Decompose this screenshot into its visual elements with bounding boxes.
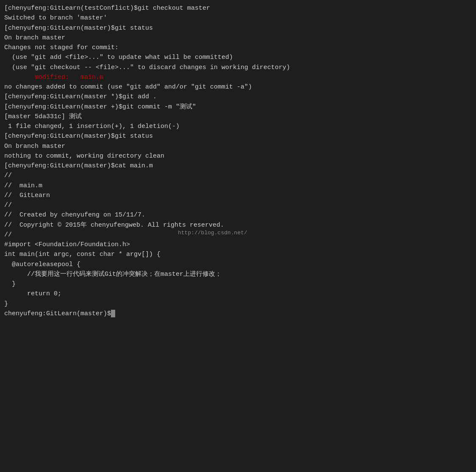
- terminal-line: //: [4, 200, 472, 210]
- terminal-window: [chenyufeng:GitLearn(testConflict)$git c…: [0, 0, 476, 472]
- terminal-line: [chenyufeng:GitLearn(master)$git status: [4, 23, 472, 33]
- terminal-line: // Copyright © 2015年 chenyufengweb. All …: [4, 220, 472, 230]
- terminal-line: int main(int argc, const char * argv[]) …: [4, 250, 472, 259]
- terminal-line: [master 5da331c] 测试: [4, 112, 472, 122]
- terminal-line: (use "git add <file>..." to update what …: [4, 53, 472, 62]
- terminal-line: #import <Foundation/Foundation.h>: [4, 240, 472, 250]
- terminal-line: Switched to branch 'master': [4, 13, 472, 23]
- terminal-line: On branch master: [4, 142, 472, 151]
- terminal-line: @autoreleasepool {: [4, 260, 472, 269]
- terminal-line: [chenyufeng:GitLearn(master)$cat main.m: [4, 161, 472, 171]
- terminal-line: nothing to commit, working directory cle…: [4, 151, 472, 161]
- terminal-line: chenyufeng:GitLearn(master)$: [4, 309, 472, 319]
- terminal-line: [chenyufeng:GitLearn(master *)$git add .: [4, 92, 472, 102]
- terminal-line: }: [4, 279, 472, 289]
- terminal-line: // Created by chenyufeng on 15/11/7.: [4, 210, 472, 220]
- terminal-line: // main.m: [4, 181, 472, 191]
- terminal-cursor: [111, 310, 115, 317]
- terminal-line: [chenyufeng:GitLearn(master)$git status: [4, 131, 472, 141]
- terminal-line: [chenyufeng:GitLearn(testConflict)$git c…: [4, 3, 472, 13]
- terminal-line: Changes not staged for commit:: [4, 43, 472, 53]
- terminal-line: //: [4, 230, 472, 240]
- terminal-line: }: [4, 299, 472, 309]
- terminal-line: (use "git checkout -- <file>..." to disc…: [4, 63, 472, 72]
- terminal-line: [chenyufeng:GitLearn(master +)$git commi…: [4, 102, 472, 112]
- terminal-line: //: [4, 171, 472, 180]
- terminal-line: //我要用这一行代码来测试Git的冲突解决；在master上进行修改；: [4, 269, 472, 279]
- terminal-line: On branch master: [4, 33, 472, 43]
- terminal-line: modified: main.m: [4, 72, 472, 82]
- terminal-line: // GitLearn: [4, 191, 472, 200]
- terminal-line: 1 file changed, 1 insertion(+), 1 deleti…: [4, 122, 472, 131]
- terminal-line: return 0;: [4, 289, 472, 299]
- terminal-line: no changes added to commit (use "git add…: [4, 82, 472, 92]
